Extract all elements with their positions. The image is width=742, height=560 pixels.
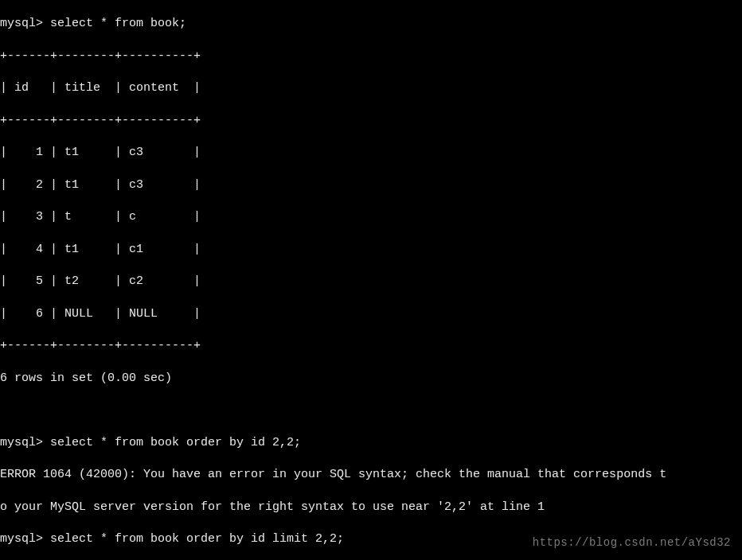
query-line-1: mysql> select * from book; xyxy=(0,16,742,32)
watermark-text: https://blog.csdn.net/aYsd32 xyxy=(533,535,731,550)
query-text: select * from book order by id 2,2; xyxy=(50,436,301,449)
query-line-2: mysql> select * from book order by id 2,… xyxy=(0,435,742,451)
col-title: title xyxy=(64,81,100,95)
query-text: select * from book order by id limit 2,2… xyxy=(50,532,344,546)
query-text: select * from book; xyxy=(50,17,186,30)
table-row: | 3 | t | c | xyxy=(0,209,742,225)
table-row: | 2 | t1 | c3 | xyxy=(0,177,742,193)
table-border: +------+--------+----------+ xyxy=(0,113,742,129)
table-border: +------+--------+----------+ xyxy=(0,49,742,64)
prompt: mysql> xyxy=(0,436,50,449)
error-line: ERROR 1064 (42000): You have an error in… xyxy=(0,467,742,483)
table-row: | 6 | NULL | NULL | xyxy=(0,306,742,322)
col-content: content xyxy=(129,81,179,95)
table-row: | 1 | t1 | c3 | xyxy=(0,145,742,161)
blank-line xyxy=(0,402,742,418)
terminal-output: mysql> select * from book; +------+-----… xyxy=(0,0,742,560)
rows-summary: 6 rows in set (0.00 sec) xyxy=(0,371,742,387)
error-line: o your MySQL server version for the righ… xyxy=(0,500,742,515)
prompt: mysql> xyxy=(0,532,50,546)
table-row: | 5 | t2 | c2 | xyxy=(0,274,742,290)
prompt: mysql> xyxy=(0,17,50,30)
table-row: | 4 | t1 | c1 | xyxy=(0,242,742,258)
table-header-row: | id | title | content | xyxy=(0,80,742,96)
table-border: +------+--------+----------+ xyxy=(0,338,742,354)
col-id: id xyxy=(14,81,29,95)
